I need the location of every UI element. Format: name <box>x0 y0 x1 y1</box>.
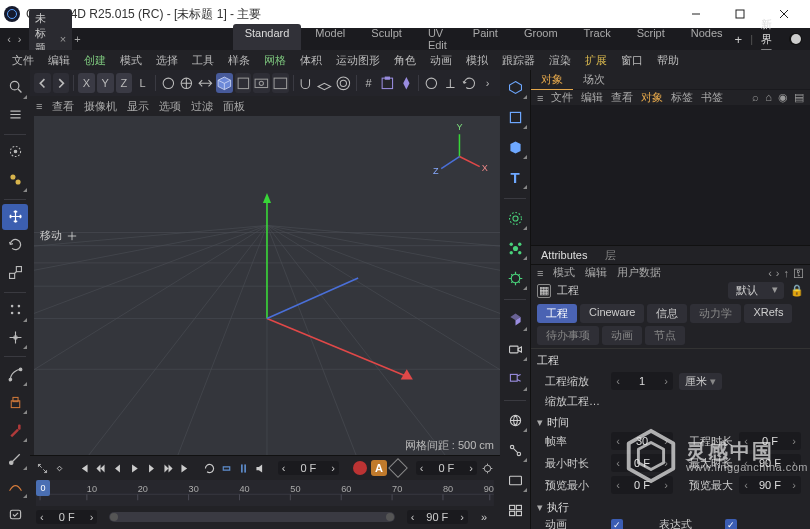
deformer-button[interactable] <box>502 235 528 261</box>
loop-button[interactable] <box>203 458 216 478</box>
nav-back-icon[interactable]: ‹ <box>768 267 772 279</box>
range-more-button[interactable]: » <box>474 507 494 527</box>
menu-edit[interactable]: 编辑 <box>42 51 76 70</box>
symmetry-button[interactable] <box>398 73 415 93</box>
menu-tracker[interactable]: 跟踪器 <box>496 51 541 70</box>
chip-project[interactable]: 工程 <box>537 304 577 323</box>
preset-dropdown[interactable]: 默认 <box>728 282 784 299</box>
menu-render[interactable]: 渲染 <box>543 51 577 70</box>
chip-anim[interactable]: 动画 <box>602 326 642 345</box>
preview-min-input[interactable]: ‹0 F› <box>611 476 673 494</box>
new-ui-toggle[interactable] <box>789 33 802 45</box>
paint-select-tool[interactable] <box>2 167 28 193</box>
cv-tool[interactable] <box>2 473 28 499</box>
max-input[interactable]: ‹90 F› <box>739 454 801 472</box>
menu-mesh[interactable]: 网格 <box>258 51 292 70</box>
om-menu-view[interactable]: 查看 <box>611 90 633 105</box>
scale-value-input[interactable]: ‹1› <box>611 372 673 390</box>
section-time-header[interactable]: ▾时间 <box>531 413 810 432</box>
play-button[interactable] <box>128 458 141 478</box>
next-frame-button[interactable] <box>145 458 158 478</box>
spline-primitive-button[interactable] <box>502 104 528 130</box>
menu-mograph[interactable]: 运动图形 <box>330 51 386 70</box>
attr-menu-mode[interactable]: 模式 <box>553 265 575 280</box>
exec-expr-checkbox[interactable]: ✓ <box>725 519 737 530</box>
eye-icon[interactable]: ◉ <box>778 91 788 104</box>
placement-button[interactable] <box>442 73 459 93</box>
volume-button[interactable] <box>502 306 528 332</box>
home-icon[interactable]: ⌂ <box>765 91 772 104</box>
menu-create[interactable]: 创建 <box>78 51 112 70</box>
timeline-playhead[interactable]: 0 <box>36 480 50 496</box>
menu-icon[interactable] <box>2 102 28 128</box>
duration-input[interactable]: ‹0 F› <box>739 432 801 450</box>
environment-button[interactable] <box>502 407 528 433</box>
om-menu-object[interactable]: 对象 <box>641 90 663 105</box>
menu-animate[interactable]: 动画 <box>424 51 458 70</box>
asset-browser-button[interactable] <box>502 497 528 523</box>
marker-icon[interactable] <box>237 458 250 478</box>
world-button[interactable] <box>178 73 195 93</box>
om-menu-tags[interactable]: 标签 <box>671 90 693 105</box>
chip-cineware[interactable]: Cineware <box>580 304 644 323</box>
spline-pen-tool[interactable] <box>2 361 28 387</box>
chip-dynamics[interactable]: 动力学 <box>690 304 741 323</box>
hamburger-icon[interactable]: ≡ <box>537 267 543 279</box>
coord-system-button[interactable] <box>160 73 177 93</box>
knife-tool[interactable] <box>2 417 28 443</box>
rotate-tool[interactable] <box>2 232 28 258</box>
tag-button[interactable] <box>502 467 528 493</box>
redo-button[interactable] <box>53 73 70 93</box>
quantize-button[interactable] <box>335 73 352 93</box>
undo-button[interactable] <box>34 73 51 93</box>
hamburger-icon[interactable]: ≡ <box>537 92 543 104</box>
more-button[interactable]: › <box>479 73 496 93</box>
viewmenu-view[interactable]: 查看 <box>52 99 74 114</box>
menu-extensions[interactable]: 扩展 <box>579 51 613 70</box>
range-start-input[interactable]: ‹0 F› <box>36 510 97 524</box>
extrude-tool[interactable] <box>2 389 28 415</box>
sound-button[interactable] <box>254 458 267 478</box>
expand-icon[interactable] <box>36 458 49 478</box>
commander-button[interactable] <box>2 501 28 527</box>
snap-toggle[interactable] <box>297 73 314 93</box>
viewmenu-filter[interactable]: 过滤 <box>191 99 213 114</box>
scale-project-link[interactable]: 缩放工程… <box>531 394 810 413</box>
mograph-button[interactable] <box>502 265 528 291</box>
scale-tool[interactable] <box>2 260 28 286</box>
soft-select-button[interactable] <box>379 73 396 93</box>
viewmenu-options[interactable]: 选项 <box>159 99 181 114</box>
menu-mode[interactable]: 模式 <box>114 51 148 70</box>
recent-tools[interactable] <box>2 297 28 323</box>
prev-frame-button[interactable] <box>111 458 124 478</box>
y-axis-toggle[interactable]: Y <box>97 73 114 93</box>
render-button[interactable] <box>253 73 270 93</box>
autokey-button[interactable]: A <box>371 458 387 478</box>
om-menu-file[interactable]: 文件 <box>551 90 573 105</box>
current-frame-input-right[interactable]: ‹0 F› <box>416 461 477 475</box>
tab-attributes[interactable]: Attributes <box>531 247 597 263</box>
chip-info[interactable]: 信息 <box>647 304 687 323</box>
viewmenu-display[interactable]: 显示 <box>127 99 149 114</box>
search-icon[interactable]: ⌕ <box>752 91 759 104</box>
viewmenu-camera[interactable]: 摄像机 <box>84 99 117 114</box>
keyframe-icon[interactable] <box>53 458 66 478</box>
menu-select[interactable]: 选择 <box>150 51 184 70</box>
tab-nav-left[interactable]: ‹ <box>4 30 14 48</box>
grid-button[interactable]: # <box>360 73 377 93</box>
chip-xrefs[interactable]: XRefs <box>744 304 792 323</box>
live-select-tool[interactable] <box>2 74 28 100</box>
generator-button[interactable] <box>502 134 528 160</box>
next-key-button[interactable] <box>162 458 175 478</box>
l-axis-toggle[interactable]: L <box>134 73 151 93</box>
timeline-scrollbar[interactable] <box>109 512 394 522</box>
om-menu-edit[interactable]: 编辑 <box>581 90 603 105</box>
nav-fwd-icon[interactable]: › <box>776 267 780 279</box>
exec-anim-checkbox[interactable]: ✓ <box>611 519 623 530</box>
om-menu-bookmarks[interactable]: 书签 <box>701 90 723 105</box>
tab-nav-right[interactable]: › <box>14 30 24 48</box>
go-end-button[interactable] <box>179 458 192 478</box>
z-axis-toggle[interactable]: Z <box>116 73 133 93</box>
fps-input[interactable]: ‹30› <box>611 432 673 450</box>
text-button[interactable]: T <box>502 164 528 190</box>
